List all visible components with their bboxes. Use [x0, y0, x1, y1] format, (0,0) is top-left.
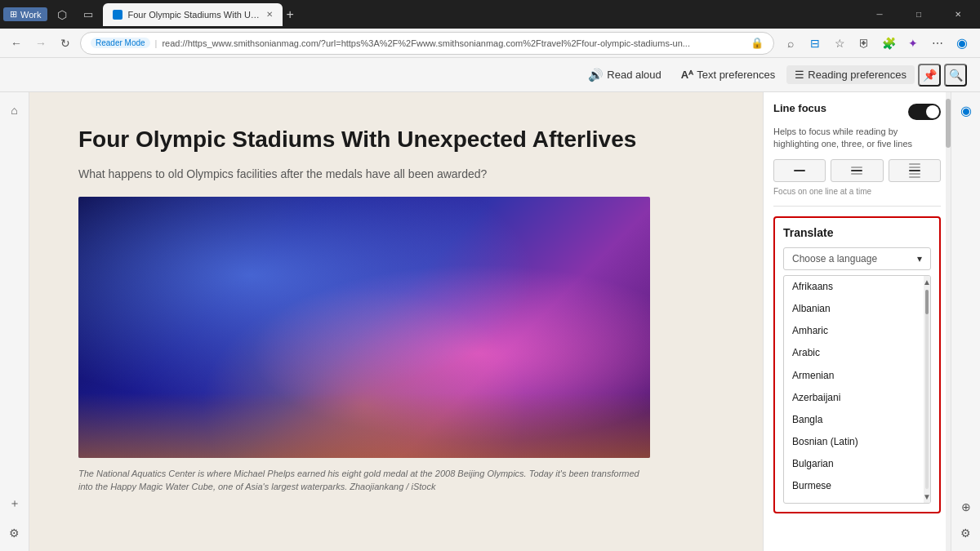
- tab-item[interactable]: Four Olympic Stadiums With Un... ✕: [103, 3, 283, 26]
- dropdown-arrow-icon: ▾: [917, 253, 922, 264]
- scroll-down-arrow[interactable]: ▼: [923, 492, 931, 501]
- pin-button[interactable]: 📌: [918, 64, 941, 87]
- language-dropdown[interactable]: Choose a language ▾: [783, 247, 931, 270]
- profile-icon[interactable]: ⬡: [51, 3, 74, 26]
- read-aloud-icon: 🔊: [588, 68, 604, 82]
- settings-icon[interactable]: ⋯: [926, 32, 949, 55]
- back-button[interactable]: ←: [7, 33, 26, 53]
- minimize-button[interactable]: ─: [861, 2, 898, 26]
- text-pref-icon: Aᴬ: [681, 69, 693, 81]
- reading-preferences-button[interactable]: ☰ Reading preferences: [786, 65, 915, 84]
- language-item[interactable]: Albanian: [784, 298, 924, 320]
- language-item[interactable]: Azerbaijani: [784, 387, 924, 409]
- article-image-container: [78, 197, 650, 458]
- language-item[interactable]: Bosnian (Latin): [784, 431, 924, 453]
- focus-three-lines[interactable]: [831, 159, 883, 182]
- extensions-icon[interactable]: 🧩: [877, 32, 900, 55]
- article-image: [78, 197, 650, 458]
- language-item[interactable]: Amharic: [784, 320, 924, 342]
- language-item[interactable]: Arabic: [784, 342, 924, 364]
- favorites-icon[interactable]: ☆: [828, 32, 851, 55]
- left-sidebar: ⌂ ＋ ⚙: [0, 92, 29, 551]
- reading-pref-icon: ☰: [795, 69, 804, 81]
- immersive-reader-icon[interactable]: ⊟: [804, 32, 826, 55]
- line-focus-title: Line focus: [773, 102, 826, 114]
- sidebar-home-icon[interactable]: ⌂: [3, 99, 26, 122]
- line-focus-toggle[interactable]: [908, 104, 941, 120]
- tab-favicon: [113, 10, 122, 20]
- forward-button[interactable]: →: [31, 33, 51, 53]
- reading-preferences-panel: Line focus Helps to focus while reading …: [763, 92, 951, 551]
- line-focus-section: Line focus Helps to focus while reading …: [773, 102, 941, 196]
- sidebar-toggle-icon[interactable]: ▭: [77, 3, 100, 26]
- panel-divider: [773, 206, 941, 207]
- maximize-button[interactable]: □: [900, 2, 938, 26]
- article-title: Four Olympic Stadiums With Unexpected Af…: [78, 125, 650, 154]
- search-icon[interactable]: ⌕: [779, 32, 802, 55]
- text-preferences-button[interactable]: Aᴬ Text preferences: [673, 65, 784, 84]
- sidebar-plus-icon[interactable]: ＋: [3, 492, 26, 515]
- address-text: read://https_www.smithsonianmag.com/?url…: [162, 38, 746, 48]
- reader-mode-badge: Reader Mode: [91, 38, 150, 48]
- focus-sub-text: Focus on one line at a time: [773, 187, 941, 196]
- language-item[interactable]: Bangla: [784, 409, 924, 431]
- language-item[interactable]: Armenian: [784, 365, 924, 387]
- translate-title: Translate: [783, 226, 931, 239]
- focus-one-line[interactable]: [773, 159, 826, 182]
- language-item[interactable]: Afrikaans: [784, 276, 924, 298]
- language-list: AfrikaansAlbanianAmharicArabicArmenianAz…: [783, 275, 931, 504]
- edge-sidebar-icon[interactable]: ◉: [955, 99, 978, 122]
- translate-section: Translate Choose a language ▾ AfrikaansA…: [773, 216, 941, 513]
- list-scrollbar[interactable]: ▲ ▼: [924, 276, 930, 503]
- work-badge[interactable]: ⊞ Work: [3, 7, 47, 21]
- lock-icon: 🔒: [751, 37, 764, 49]
- article-caption: The National Aquatics Center is where Mi…: [78, 468, 650, 493]
- new-tab-button[interactable]: +: [286, 7, 293, 22]
- sidebar-settings-right-icon[interactable]: ⚙: [955, 522, 978, 544]
- language-item[interactable]: Catalan: [784, 498, 924, 504]
- edge-icon: ◉: [951, 32, 973, 55]
- language-item[interactable]: Burmese: [784, 475, 924, 497]
- focus-options: [773, 159, 941, 182]
- scroll-up-arrow[interactable]: ▲: [923, 278, 931, 287]
- dropdown-placeholder: Choose a language: [792, 253, 877, 264]
- right-sidebar: ◉ ⊕ ⚙: [951, 92, 980, 551]
- close-button[interactable]: ✕: [939, 2, 977, 26]
- address-separator: |: [155, 38, 158, 48]
- work-icon: ⊞: [10, 9, 17, 20]
- tab-close-button[interactable]: ✕: [266, 10, 273, 19]
- article-content: Four Olympic Stadiums With Unexpected Af…: [29, 92, 763, 551]
- refresh-button[interactable]: ↻: [56, 33, 75, 53]
- panel-scrollbar[interactable]: [946, 92, 951, 551]
- browser-essentials-icon[interactable]: ⛨: [853, 32, 875, 55]
- copilot-icon[interactable]: ✦: [902, 32, 924, 55]
- feedback-icon[interactable]: ⊕: [955, 495, 978, 518]
- focus-five-lines[interactable]: [889, 159, 941, 182]
- find-button[interactable]: 🔍: [944, 64, 967, 87]
- article-subtitle: What happens to old Olympics facilities …: [78, 167, 650, 180]
- language-item[interactable]: Bulgarian: [784, 453, 924, 475]
- sidebar-settings-icon[interactable]: ⚙: [3, 522, 26, 544]
- line-focus-description: Helps to focus while reading by highligh…: [773, 126, 941, 151]
- read-aloud-button[interactable]: 🔊 Read aloud: [580, 64, 670, 86]
